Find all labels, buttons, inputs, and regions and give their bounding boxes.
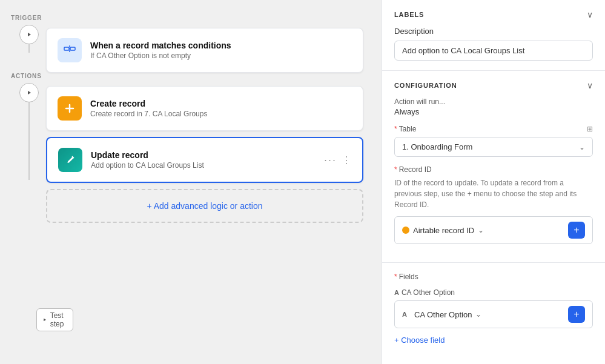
create-record-subtitle: Create record in 7. CA Local Groups [90,110,207,118]
test-step-button[interactable]: Test step [36,308,73,331]
svg-marker-9 [44,319,46,322]
ca-option-value: CA Other Option [414,310,472,319]
plus-icon: + [574,225,579,236]
record-id-plus-btn[interactable]: + [568,222,585,239]
trigger-card[interactable]: When a record matches conditions If CA O… [46,28,363,73]
update-record-text: Update record Add option to CA Local Gro… [91,150,204,170]
create-record-text: Create record Create record in 7. CA Loc… [90,99,207,118]
record-id-help-text: ID of the record to update. To update a … [394,177,593,210]
configuration-section: CONFIGURATION ∨ Action will run... Alway… [382,71,605,263]
update-record-card[interactable]: Update record Add option to CA Local Gro… [46,137,363,183]
labels-section: LABELS ∨ Description [382,0,605,71]
config-collapse-icon[interactable]: ∨ [587,81,593,90]
table-label-text: Table [399,125,417,133]
test-step-label: Test step [50,311,67,328]
trigger-label: TRIGGER [11,15,47,21]
record-id-required-star: * [394,165,397,174]
svg-marker-6 [28,91,31,94]
config-title: CONFIGURATION [394,82,457,89]
action-will-run-label: Action will run... [394,98,593,106]
trigger-card-subtitle: If CA Other Option is not empty [90,51,231,60]
update-record-subtitle: Add option to CA Local Groups List [91,161,204,170]
text-type-icon: A [394,289,399,296]
ca-plus-icon: + [574,309,579,320]
record-id-chevron-icon: ⌄ [478,226,484,234]
choose-field-button[interactable]: + Choose field [394,336,593,345]
trigger-card-text: When a record matches conditions If CA O… [90,41,231,60]
trigger-icon [58,38,82,62]
create-record-card[interactable]: Create record Create record in 7. CA Loc… [46,86,363,131]
labels-collapse-icon[interactable]: ∨ [587,10,593,19]
update-record-title: Update record [91,150,204,160]
play-icon [43,317,47,323]
fields-required-star: * [394,273,397,281]
record-id-dot-icon [402,227,409,234]
svg-rect-1 [64,47,69,50]
ca-option-plus-btn[interactable]: + [568,306,585,323]
add-action-card[interactable]: + Add advanced logic or action [46,189,363,223]
actions-circle-btn[interactable] [19,83,39,102]
ca-option-label: A CA Other Option [394,288,593,297]
table-chevron-icon: ⌄ [579,143,585,151]
add-action-label: + Add advanced logic or action [147,201,262,211]
table-value: 1. Onboarding Form [402,142,472,151]
ca-option-inner: A CA Other Option ⌄ [402,310,563,319]
description-input[interactable] [394,41,593,61]
create-record-title: Create record [90,99,207,108]
record-id-inner: Airtable record ID ⌄ [402,226,563,235]
update-card-actions: ··· ⋮ [324,154,351,167]
table-expand-icon[interactable]: ⊞ [587,125,593,133]
action-will-run-value: Always [394,107,593,116]
ca-option-label-text: CA Other Option [402,288,455,297]
trigger-card-title: When a record matches conditions [90,41,231,50]
ca-option-row: A CA Other Option ⌄ + [394,300,593,328]
config-header: CONFIGURATION ∨ [394,81,593,90]
table-required-star: * [394,125,397,133]
right-panel: LABELS ∨ Description CONFIGURATION ∨ Act… [382,0,605,364]
table-field-label: * Table ⊞ [394,125,593,133]
trigger-circle-btn[interactable] [19,25,39,44]
labels-title: LABELS [394,11,424,18]
ca-option-text-icon: A [402,311,411,318]
labels-header: LABELS ∨ [394,10,593,19]
fields-field-label: * Fields [394,273,593,281]
dots-vertical-icon[interactable]: ⋮ [342,154,351,166]
svg-marker-0 [28,33,31,36]
record-id-label-text: Record ID [399,165,432,174]
actions-label: ACTIONS [11,73,47,79]
description-label: Description [394,27,593,36]
svg-rect-2 [70,47,75,50]
table-dropdown[interactable]: 1. Onboarding Form ⌄ [394,137,593,157]
create-icon [58,96,82,121]
ellipsis-icon[interactable]: ··· [324,154,337,167]
fields-label-text: Fields [399,273,418,281]
record-id-value: Airtable record ID [413,226,474,235]
fields-section: * Fields A CA Other Option A CA Other Op… [382,263,605,354]
update-icon [58,148,82,172]
ca-option-chevron-icon: ⌄ [475,310,481,319]
record-id-field-label: * Record ID [394,165,593,174]
record-id-row: Airtable record ID ⌄ + [394,216,593,244]
